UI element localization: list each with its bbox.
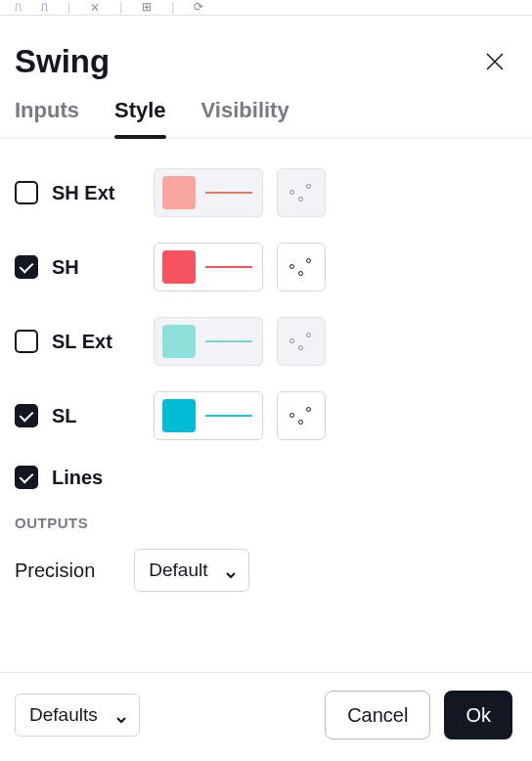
line-sample — [205, 266, 252, 268]
close-button[interactable] — [477, 44, 512, 79]
style-row: SL — [15, 391, 517, 440]
marker-picker[interactable] — [277, 391, 326, 440]
checkbox[interactable] — [15, 466, 38, 489]
color-swatch — [162, 325, 196, 358]
color-swatch — [162, 250, 196, 284]
tab-style[interactable]: Style — [114, 98, 166, 137]
row-label: SH — [52, 256, 140, 279]
dialog-title: Swing — [15, 43, 110, 80]
color-line-picker[interactable] — [154, 168, 263, 217]
defaults-select[interactable]: Defaults — [15, 694, 140, 737]
tabs: Inputs Style Visibility — [0, 98, 532, 139]
dialog-footer: Defaults Cancel Ok — [0, 672, 532, 761]
scatter-icon — [289, 406, 313, 425]
color-swatch — [162, 176, 196, 209]
ok-button[interactable]: Ok — [444, 691, 512, 739]
color-line-picker[interactable] — [154, 317, 263, 366]
toolbar-icon: ⨯ — [90, 0, 100, 14]
toolbar-icon: ⎍ — [15, 0, 22, 14]
precision-select[interactable]: Default — [134, 549, 249, 592]
checkbox[interactable] — [15, 181, 38, 204]
chevron-down-icon — [225, 564, 237, 576]
tab-visibility[interactable]: Visibility — [201, 98, 289, 137]
row-label: Lines — [52, 467, 140, 489]
dialog-header: Swing — [0, 16, 532, 98]
precision-row: Precision Default — [15, 549, 517, 592]
tab-inputs[interactable]: Inputs — [15, 98, 79, 137]
color-swatch — [162, 399, 196, 432]
toolbar-icon: ⊞ — [142, 0, 152, 14]
color-line-picker[interactable] — [154, 243, 263, 291]
row-label: SL Ext — [52, 331, 140, 353]
toolbar-icon: ⎍ — [41, 0, 48, 14]
marker-picker[interactable] — [277, 168, 326, 217]
line-sample — [205, 192, 252, 194]
chevron-down-icon — [115, 709, 127, 721]
line-sample — [205, 340, 252, 342]
marker-picker[interactable] — [277, 317, 326, 366]
close-icon — [483, 50, 507, 73]
scatter-icon — [289, 183, 313, 202]
style-row: SH — [15, 243, 517, 291]
row-label: SL — [52, 405, 140, 427]
style-row: SL Ext — [15, 317, 517, 366]
dialog-content: SH ExtSHSL ExtSLLines OUTPUTS Precision … — [0, 139, 532, 602]
style-row: SH Ext — [15, 168, 517, 217]
checkbox[interactable] — [15, 255, 38, 279]
scatter-icon — [289, 332, 313, 351]
precision-label: Precision — [15, 560, 95, 582]
line-sample — [205, 415, 252, 417]
top-toolbar: ⎍ ⎍ | ⨯ | ⊞ | ⟳ — [0, 0, 532, 16]
toolbar-icon: ⟳ — [194, 0, 203, 14]
defaults-label: Defaults — [29, 704, 98, 726]
color-line-picker[interactable] — [154, 391, 263, 440]
precision-value: Default — [149, 560, 207, 581]
row-label: SH Ext — [52, 182, 140, 204]
scatter-icon — [289, 257, 313, 277]
style-row: Lines — [15, 466, 517, 489]
outputs-heading: OUTPUTS — [15, 515, 517, 531]
checkbox[interactable] — [15, 330, 38, 353]
marker-picker[interactable] — [277, 243, 326, 291]
cancel-button[interactable]: Cancel — [325, 691, 430, 739]
checkbox[interactable] — [15, 404, 38, 427]
